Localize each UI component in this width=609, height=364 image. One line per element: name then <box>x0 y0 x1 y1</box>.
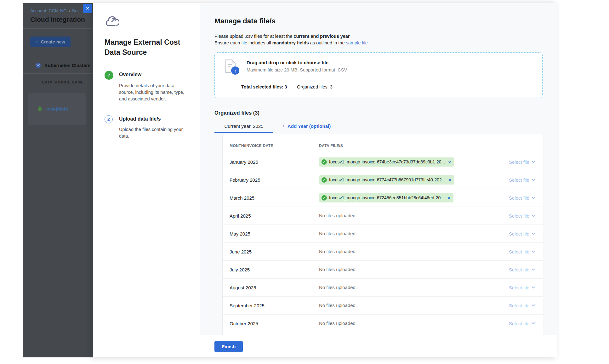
month-label: June 2025 <box>230 249 319 254</box>
file-dropzone[interactable]: ↑ Drag and drop or click to choose file … <box>214 52 543 98</box>
divider <box>23 57 93 57</box>
month-label: March 2025 <box>230 195 319 201</box>
organized-files-count: Organized files: 3 <box>297 84 333 89</box>
check-icon: ✓ <box>322 195 327 201</box>
divider <box>23 28 93 29</box>
month-label: July 2025 <box>230 267 319 272</box>
month-label: April 2025 <box>230 213 319 219</box>
remove-file-icon[interactable]: × <box>447 196 450 200</box>
table-row-june: June 2025 No files uploaded. Select file <box>223 242 543 260</box>
select-file-dropdown[interactable]: Select file <box>488 231 535 236</box>
month-label: August 2025 <box>230 285 319 290</box>
file-name: focusv1_mongo-invoice-674be3ce47c73d37dd… <box>329 159 445 164</box>
chevron-down-icon <box>532 322 535 325</box>
finish-button[interactable]: Finish <box>214 341 243 352</box>
chevron-down-icon <box>532 232 535 235</box>
modal-footer: Finish <box>93 335 557 357</box>
dropzone-divider <box>241 80 537 80</box>
modal-body: Manage External Cost Data Source ✓ Overv… <box>93 3 557 335</box>
remove-file-icon[interactable]: × <box>448 160 451 164</box>
chevron-down-icon <box>532 161 535 163</box>
step-overview[interactable]: ✓ Overview Provide details of your data … <box>105 72 189 102</box>
chevron-down-icon <box>532 179 535 181</box>
kubernetes-icon <box>35 62 41 68</box>
breadcrumb-separator: › <box>69 8 70 13</box>
instruction-line-1: Please upload .csv files for at least th… <box>214 33 557 40</box>
table-row-august: August 2025 No files uploaded. Select fi… <box>223 278 543 296</box>
create-new-label: Create new <box>41 39 65 44</box>
breadcrumb-account[interactable]: Account: CCM-NG <box>30 8 67 13</box>
no-files-text: No files uploaded. <box>319 231 357 236</box>
file-name: focusv1_mongo-invoice-672456ee851bbb28c6… <box>329 195 444 200</box>
dropzone-subtitle: Maximum file size 20 MB; Supported forma… <box>247 67 347 72</box>
select-file-dropdown[interactable]: Select file <box>488 195 535 201</box>
plus-icon: + <box>36 39 38 44</box>
file-chip: ✓ focusv1_mongo-invoice-674be3ce47c73d37… <box>319 157 454 167</box>
close-icon: × <box>86 6 89 11</box>
step-complete-check-icon: ✓ <box>105 71 113 80</box>
chevron-down-icon <box>532 286 535 289</box>
months-table-card: MONTH/INVOICE DATE DATA FILE/S January 2… <box>222 134 543 335</box>
table-row-may: May 2025 No files uploaded. Select file <box>223 225 543 242</box>
no-files-text: No files uploaded. <box>319 303 357 308</box>
upload-step-panel: Manage data file/s Please upload .csv fi… <box>200 3 557 335</box>
total-selected-files: Total selected files: 3 <box>241 84 287 89</box>
file-chip: ✓ focusv1_mongo-invoice-672456ee851bbb28… <box>319 193 453 202</box>
step-label: Upload data file/s <box>119 116 189 122</box>
sample-file-link[interactable]: sample file <box>346 40 368 45</box>
check-icon: ✓ <box>322 159 327 165</box>
select-file-dropdown[interactable]: Select file <box>488 159 535 165</box>
select-file-dropdown[interactable]: Select file <box>488 267 535 272</box>
dropzone-title: Drag and drop or click to choose file <box>247 60 347 65</box>
select-file-dropdown[interactable]: Select file <box>488 285 535 290</box>
table-header: MONTH/INVOICE DATE DATA FILE/S <box>223 134 543 153</box>
plus-icon: + <box>282 123 285 129</box>
data-source-row[interactable]: test-jbisht <box>28 93 86 125</box>
instruction-line-2: Ensure each file includes all mandatory … <box>214 40 557 46</box>
wizard-steps: ✓ Overview Provide details of your data … <box>105 72 200 139</box>
step-label: Overview <box>119 72 189 77</box>
file-chip: ✓ focusv1_mongo-invoice-6774c477b667901d… <box>319 175 454 185</box>
background-page: Account: CCM-NG›Set Cloud Integration + … <box>23 3 93 357</box>
month-label: May 2025 <box>230 231 319 236</box>
breadcrumb-settings[interactable]: Set <box>72 8 79 13</box>
close-button[interactable]: × <box>83 4 92 13</box>
no-files-text: No files uploaded. <box>319 213 357 218</box>
select-file-dropdown[interactable]: Select file <box>488 303 535 308</box>
create-new-button[interactable]: + Create new <box>30 37 71 47</box>
step-upload-data-files[interactable]: 2 Upload data file/s Upload the files co… <box>105 116 189 139</box>
wizard-sidebar: Manage External Cost Data Source ✓ Overv… <box>93 3 200 335</box>
remove-file-icon[interactable]: × <box>448 178 451 182</box>
column-month-invoice-date: MONTH/INVOICE DATE <box>230 144 319 148</box>
select-file-dropdown[interactable]: Select file <box>488 249 535 254</box>
month-label: February 2025 <box>230 177 319 183</box>
data-source-link[interactable]: test-jbisht <box>46 106 68 111</box>
year-tabs: Current year, 2025 + Add Year (optional) <box>214 119 557 133</box>
tab-current-year-2025[interactable]: Current year, 2025 <box>214 119 273 133</box>
select-file-dropdown[interactable]: Select file <box>488 177 535 183</box>
table-row-april: April 2025 No files uploaded. Select fil… <box>223 207 543 225</box>
cloud-export-icon <box>105 15 119 29</box>
table-row-march: March 2025 ✓ focusv1_mongo-invoice-67245… <box>223 189 543 207</box>
table-row-september: September 2025 No files uploaded. Select… <box>223 296 543 314</box>
divider <box>23 73 93 74</box>
chevron-down-icon <box>532 214 535 217</box>
select-file-dropdown[interactable]: Select file <box>488 321 535 326</box>
month-label: January 2025 <box>230 159 319 165</box>
column-data-files: DATA FILE/S <box>319 144 488 148</box>
wizard-title: Manage External Cost Data Source <box>105 37 181 57</box>
mongodb-leaf-icon <box>37 105 42 112</box>
chevron-down-icon <box>532 250 535 253</box>
manage-data-source-drawer: Manage External Cost Data Source ✓ Overv… <box>93 3 557 357</box>
add-year-button[interactable]: + Add Year (optional) <box>282 119 331 133</box>
select-file-dropdown[interactable]: Select file <box>488 213 535 219</box>
organized-files-heading: Organized files (3) <box>214 110 557 116</box>
tab-label: Kubernetes Clusters <box>44 63 91 68</box>
panel-title: Manage data file/s <box>214 17 557 25</box>
table-row-july: July 2025 No files uploaded. Select file <box>223 260 543 278</box>
file-name: focusv1_mongo-invoice-6774c477b667901d77… <box>329 177 445 182</box>
tab-kubernetes-clusters[interactable]: Kubernetes Clusters <box>35 62 93 68</box>
upload-file-icon: ↑ <box>225 59 241 77</box>
chevron-down-icon <box>532 196 535 199</box>
month-label: October 2025 <box>230 321 319 326</box>
